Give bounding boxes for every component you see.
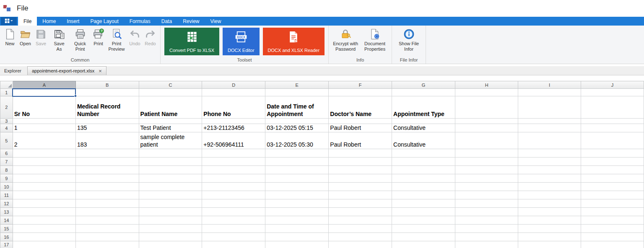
cell-f3[interactable] <box>329 119 392 124</box>
cell-b5[interactable]: 183 <box>75 132 139 149</box>
cell-j10[interactable] <box>581 183 644 191</box>
cell-j2[interactable] <box>581 96 644 119</box>
cell-a9[interactable] <box>13 174 75 183</box>
cell-e7[interactable] <box>265 158 329 166</box>
cell-e10[interactable] <box>265 183 329 191</box>
row-header-6[interactable]: 6 <box>0 149 13 158</box>
cell-d2[interactable]: Phone No <box>202 96 265 119</box>
cell-j1[interactable] <box>581 89 644 96</box>
cell-f1[interactable] <box>329 89 392 96</box>
row-header-10[interactable]: 10 <box>0 183 13 191</box>
ribbon-tab-data[interactable]: Data <box>156 17 177 26</box>
cell-f2[interactable]: Doctor’s Name <box>329 96 392 119</box>
cell-i17[interactable] <box>518 241 581 248</box>
column-header-j[interactable]: J <box>581 81 644 89</box>
cell-d12[interactable] <box>202 199 265 208</box>
cell-j7[interactable] <box>581 158 644 166</box>
cell-b10[interactable] <box>75 183 139 191</box>
cell-c17[interactable] <box>139 241 202 248</box>
cell-b13[interactable] <box>75 208 139 216</box>
cell-d7[interactable] <box>202 158 265 166</box>
cell-e17[interactable] <box>265 241 329 248</box>
cell-a5[interactable]: 2 <box>13 132 75 149</box>
convert-pdf-to-xlsx-button[interactable]: Convert PDF to XLSX <box>164 28 219 55</box>
cell-f8[interactable] <box>329 166 392 174</box>
ribbon-tab-formulas[interactable]: Formulas <box>124 17 156 26</box>
ribbon-tab-insert[interactable]: Insert <box>61 17 85 26</box>
cell-c8[interactable] <box>139 166 202 174</box>
cell-g10[interactable] <box>392 183 455 191</box>
cell-g3[interactable] <box>392 119 455 124</box>
cell-j5[interactable] <box>581 132 644 149</box>
cell-e2[interactable]: Date and Time of Appointment <box>265 96 329 119</box>
cell-f15[interactable] <box>329 225 392 233</box>
row-header-7[interactable]: 7 <box>0 158 13 166</box>
cell-g6[interactable] <box>392 149 455 158</box>
row-header-1[interactable]: 1 <box>0 89 13 96</box>
cell-h4[interactable] <box>455 124 518 132</box>
close-icon[interactable]: × <box>99 68 102 74</box>
cell-b14[interactable] <box>75 216 139 225</box>
cell-j17[interactable] <box>581 241 644 248</box>
document-properties-button[interactable]: Document Properties <box>361 27 389 52</box>
cell-i6[interactable] <box>518 149 581 158</box>
cell-i13[interactable] <box>518 208 581 216</box>
cell-f13[interactable] <box>329 208 392 216</box>
cell-g16[interactable] <box>392 233 455 241</box>
cell-c12[interactable] <box>139 199 202 208</box>
cell-d4[interactable]: +213-21123456 <box>202 124 265 132</box>
cell-h5[interactable] <box>455 132 518 149</box>
cell-g11[interactable] <box>392 191 455 199</box>
docx-and-xlsx-reader-button[interactable]: DOCX and XLSX Reader <box>263 28 325 55</box>
cell-e15[interactable] <box>265 225 329 233</box>
cell-i1[interactable] <box>518 89 581 96</box>
cell-i11[interactable] <box>518 191 581 199</box>
cell-f17[interactable] <box>329 241 392 248</box>
cell-f16[interactable] <box>329 233 392 241</box>
cell-a10[interactable] <box>13 183 75 191</box>
cell-b7[interactable] <box>75 158 139 166</box>
cell-g13[interactable] <box>392 208 455 216</box>
cell-b6[interactable] <box>75 149 139 158</box>
cell-d15[interactable] <box>202 225 265 233</box>
cell-h12[interactable] <box>455 199 518 208</box>
cell-e14[interactable] <box>265 216 329 225</box>
cell-c13[interactable] <box>139 208 202 216</box>
cell-b12[interactable] <box>75 199 139 208</box>
row-header-3[interactable]: 3 <box>0 119 13 124</box>
cell-e8[interactable] <box>265 166 329 174</box>
column-header-e[interactable]: E <box>265 81 329 89</box>
cell-h16[interactable] <box>455 233 518 241</box>
cell-a1[interactable] <box>13 89 75 96</box>
cell-g9[interactable] <box>392 174 455 183</box>
new-button[interactable]: New <box>3 27 17 47</box>
cell-c14[interactable] <box>139 216 202 225</box>
cell-j11[interactable] <box>581 191 644 199</box>
cell-j8[interactable] <box>581 166 644 174</box>
row-header-5[interactable]: 5 <box>0 132 13 149</box>
cell-b2[interactable]: Medical Record Number <box>75 96 139 119</box>
cell-d3[interactable] <box>202 119 265 124</box>
cell-f4[interactable]: Paul Robert <box>329 124 392 132</box>
cell-c11[interactable] <box>139 191 202 199</box>
cell-e4[interactable]: 03-12-2025 05:15 <box>265 124 329 132</box>
cell-c15[interactable] <box>139 225 202 233</box>
cell-f5[interactable]: Paul Robert <box>329 132 392 149</box>
cell-d1[interactable] <box>202 89 265 96</box>
cell-j13[interactable] <box>581 208 644 216</box>
cell-f14[interactable] <box>329 216 392 225</box>
cell-a2[interactable]: Sr No <box>13 96 75 119</box>
fill-handle[interactable] <box>74 95 77 97</box>
row-header-12[interactable]: 12 <box>0 199 13 208</box>
cell-i16[interactable] <box>518 233 581 241</box>
cell-g1[interactable] <box>392 89 455 96</box>
cell-c6[interactable] <box>139 149 202 158</box>
cell-e13[interactable] <box>265 208 329 216</box>
column-header-i[interactable]: I <box>518 81 581 89</box>
row-header-14[interactable]: 14 <box>0 216 13 225</box>
cell-f7[interactable] <box>329 158 392 166</box>
cell-j16[interactable] <box>581 233 644 241</box>
cell-c9[interactable] <box>139 174 202 183</box>
cell-i14[interactable] <box>518 216 581 225</box>
cell-h8[interactable] <box>455 166 518 174</box>
